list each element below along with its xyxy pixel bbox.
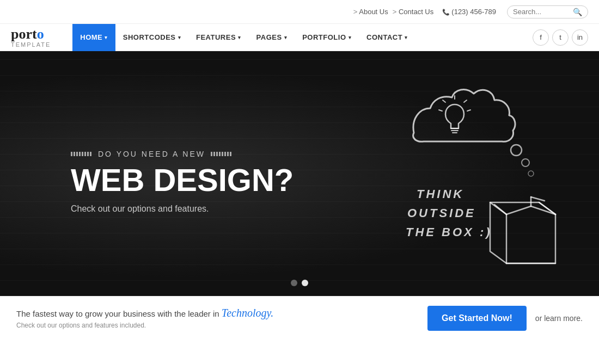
contact-link[interactable]: Contact Us xyxy=(393,8,434,16)
linkedin-icon[interactable]: in xyxy=(572,29,588,46)
svg-point-8 xyxy=(511,145,522,156)
chevron-down-icon: ▾ xyxy=(405,35,408,40)
logo-name: porto xyxy=(11,27,44,41)
search-button[interactable]: 🔍 xyxy=(573,8,582,16)
search-input[interactable] xyxy=(513,8,573,16)
chevron-down-icon: ▾ xyxy=(178,35,181,40)
chevron-down-icon: ▾ xyxy=(105,35,108,40)
header: porto template HOME ▾ SHORTCODES ▾ FEATU… xyxy=(0,24,599,51)
cta-actions: Get Started Now! or learn more. xyxy=(427,306,583,331)
svg-point-10 xyxy=(528,171,534,176)
nav-item-pages[interactable]: PAGES ▾ xyxy=(249,24,295,51)
nav-item-portfolio[interactable]: PORTFOLIO ▾ xyxy=(295,24,359,51)
about-link[interactable]: About Us xyxy=(353,8,388,16)
hero-subtitle: DO YOU NEED A NEW xyxy=(71,150,294,158)
top-bar: About Us Contact Us (123) 456-789 🔍 xyxy=(0,0,599,24)
facebook-icon[interactable]: f xyxy=(533,29,549,46)
svg-point-9 xyxy=(522,159,529,166)
nav-item-shortcodes[interactable]: SHORTCODES ▾ xyxy=(115,24,188,51)
hero-description: Check out our options and features. xyxy=(71,204,294,214)
get-started-button[interactable]: Get Started Now! xyxy=(427,306,527,331)
nav-item-home[interactable]: HOME ▾ xyxy=(72,24,115,51)
svg-line-5 xyxy=(443,100,445,102)
cta-prefix: The fastest way to grow your business wi… xyxy=(16,309,219,318)
cta-main-text: The fastest way to grow your business wi… xyxy=(16,307,273,319)
svg-line-7 xyxy=(439,110,442,111)
logo[interactable]: porto template xyxy=(11,27,51,48)
svg-line-15 xyxy=(539,202,555,214)
cta-tech-word: Technology. xyxy=(222,307,273,319)
chevron-down-icon: ▾ xyxy=(238,35,241,40)
chevron-down-icon: ▾ xyxy=(284,35,288,40)
cta-text-block: The fastest way to grow your business wi… xyxy=(16,307,273,329)
logo-circle: o xyxy=(37,26,44,42)
nav-item-contact[interactable]: CONTACT ▾ xyxy=(359,24,415,51)
svg-line-4 xyxy=(464,100,467,102)
hero-content: DO YOU NEED A NEW WEB DESIGN? Check out … xyxy=(0,133,294,214)
svg-line-6 xyxy=(467,110,470,111)
main-nav: HOME ▾ SHORTCODES ▾ FEATURES ▾ PAGES ▾ P… xyxy=(72,24,527,51)
search-box: 🔍 xyxy=(507,5,588,18)
chalk-drawing-svg: THINK OUTSIDE THE BOX :) xyxy=(327,67,577,280)
social-icons: f t in xyxy=(533,29,588,46)
twitter-icon[interactable]: t xyxy=(552,29,569,46)
learn-more-link[interactable]: or learn more. xyxy=(535,314,583,323)
chevron-down-icon: ▾ xyxy=(349,35,352,40)
nav-item-features[interactable]: FEATURES ▾ xyxy=(188,24,249,51)
phone-number: (123) 456-789 xyxy=(442,8,496,16)
hero-title: WEB DESIGN? xyxy=(71,164,294,197)
logo-sub: template xyxy=(11,41,51,48)
hero-illustration: THINK OUTSIDE THE BOX :) xyxy=(327,67,577,280)
slide-dot-2[interactable] xyxy=(302,280,308,286)
slider-dots xyxy=(291,280,308,286)
slide-dot-1[interactable] xyxy=(291,280,297,286)
cta-bar: The fastest way to grow your business wi… xyxy=(0,296,599,340)
cta-subtext: Check out our options and features inclu… xyxy=(16,322,273,329)
svg-text:THE BOX :): THE BOX :) xyxy=(406,225,492,239)
svg-text:THINK: THINK xyxy=(417,187,464,201)
svg-text:OUTSIDE: OUTSIDE xyxy=(407,206,476,220)
hero-slider: DO YOU NEED A NEW WEB DESIGN? Check out … xyxy=(0,51,599,296)
